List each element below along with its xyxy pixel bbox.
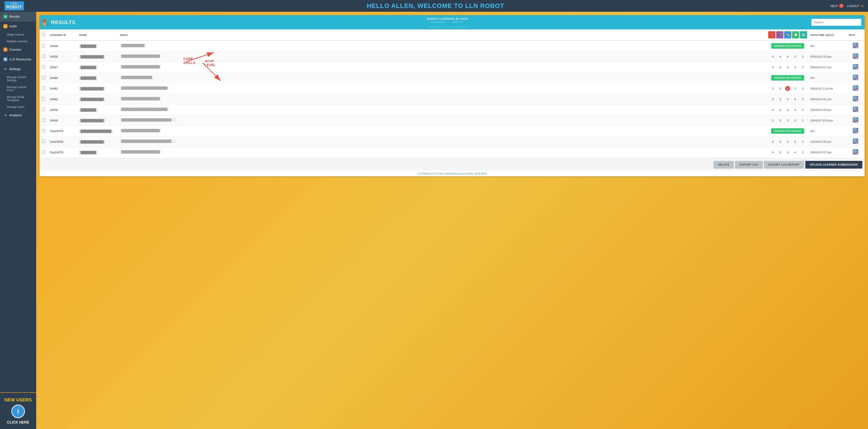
sidebar-item-results[interactable]: ▤ Results	[0, 12, 36, 22]
score-cell: 4	[784, 55, 791, 58]
datetime-cell: 13/04/18 3:50 pm	[810, 140, 849, 144]
datetime-cell: 23/04/18 10:29 pm	[810, 118, 849, 122]
row-checkbox[interactable]	[42, 129, 45, 132]
sidebar-item-analytics[interactable]: ✉ Analytics	[0, 111, 36, 120]
row-checkbox[interactable]	[42, 150, 45, 154]
learner-id-text: Clet24378	[50, 151, 63, 154]
svg-rect-50	[854, 118, 856, 118]
row-checkbox-cell	[42, 97, 50, 101]
score-cell: 4	[769, 55, 776, 58]
header-title: HELLO ALLEN, WELCOME TO LLN ROBOT	[41, 2, 830, 9]
learner-id-text: 24450	[50, 108, 58, 112]
info-cell[interactable]: ID	[849, 117, 862, 124]
learner-id-text: 24483	[50, 76, 58, 80]
date-from-group: DATE FROM	[428, 21, 446, 27]
row-checkbox[interactable]	[42, 118, 45, 122]
sidebar-lln-resources-label: LLN Resources	[9, 58, 31, 61]
score-cell: 4	[792, 66, 799, 69]
row-checkbox[interactable]	[42, 86, 45, 90]
digital-skill-icon: 💬	[792, 31, 799, 38]
row-checkbox-cell	[42, 44, 50, 48]
sidebar-item-manage-learner[interactable]: Manage Learner Form	[0, 84, 36, 94]
main-content: RESULTS SEARCH LEARNERS BY DATE DATE FRO…	[36, 12, 868, 429]
row-checkbox[interactable]	[42, 76, 45, 79]
sidebar-item-single-learner[interactable]: Single Learner	[0, 31, 36, 38]
learner-id-text: 24550	[50, 55, 58, 58]
export-csv-button[interactable]: EXPORT CSV	[735, 161, 763, 168]
info-cell[interactable]: ID	[849, 42, 862, 50]
row-checkbox-cell	[42, 108, 50, 112]
datetime-cell: 24/04/18 8:51 pm	[810, 97, 849, 101]
row-checkbox[interactable]	[42, 140, 45, 143]
row-checkbox[interactable]	[42, 108, 45, 111]
upload-button[interactable]: UPLOAD LEARNER SUBMISSIONS	[805, 161, 862, 168]
datetime-text: 28/04/18 11:14 am	[810, 87, 833, 90]
score-cell: 4	[777, 55, 784, 58]
score-cell: 3	[799, 119, 806, 122]
info-cell[interactable]: ID	[849, 95, 862, 103]
info-cell[interactable]: ID	[849, 138, 862, 145]
results-title: RESULTS	[51, 20, 75, 25]
name-cell: ████████	[79, 150, 120, 155]
info-cell[interactable]: ID	[849, 74, 862, 82]
info-cell[interactable]: ID	[849, 64, 862, 71]
header-brand: LLN ROBOT	[465, 2, 504, 9]
delete-button[interactable]: DELETE	[713, 161, 734, 168]
svg-rect-24	[854, 77, 857, 78]
sidebar-invite-label: Invite	[9, 25, 17, 28]
datetime-text: 05/05/18 6:16 pm	[810, 55, 831, 58]
new-users-banner[interactable]: NEW USERS i CLICK HERE	[0, 392, 36, 429]
info-cell[interactable]: ID	[849, 149, 862, 156]
learner-id-cell: 24450	[50, 108, 79, 112]
resend-invitation-button[interactable]: RESEND INVITATION	[771, 43, 804, 49]
col-skills-header: 📍 📓 ✏️ 💬 🔢	[765, 31, 810, 38]
email-text: ████████████████████	[120, 54, 161, 58]
sidebar-item-multiple-learners[interactable]: Multiple Learners	[0, 38, 36, 45]
sidebar-item-lln-resources[interactable]: 📋 LLN Resources	[0, 55, 36, 64]
email-cell: ████████████████████████	[120, 107, 765, 112]
logout-link[interactable]: LOGOUT ➜	[847, 4, 864, 8]
name-cell: ████████████	[79, 140, 120, 144]
row-checkbox[interactable]	[42, 44, 45, 47]
export-lln-button[interactable]: EXPORT LLN REPORT	[764, 161, 804, 168]
svg-rect-64	[854, 139, 856, 140]
reading-skill-icon: 📍	[768, 31, 775, 38]
row-checkbox[interactable]	[42, 97, 45, 100]
svg-text:ID: ID	[856, 121, 858, 123]
score-cell: 3	[777, 97, 784, 101]
select-all-checkbox[interactable]	[42, 33, 45, 36]
info-cell[interactable]: ID	[849, 106, 862, 113]
svg-rect-2	[854, 44, 858, 45]
sidebar-item-manage-users[interactable]: Manage Users	[0, 104, 36, 111]
resend-invitation-button[interactable]: RESEND INVITATION	[771, 75, 804, 81]
resend-invitation-button[interactable]: RESEND INVITATION	[771, 128, 804, 134]
score-cell: 2	[799, 151, 806, 154]
footer-link-anchor[interactable]: LLN Robot v2.3 © The Learning Resources …	[418, 172, 486, 175]
datetime-text: 26/04/18 6:27 pm	[810, 151, 831, 154]
info-cell[interactable]: ID	[849, 85, 862, 92]
score-cell: 3	[792, 140, 799, 144]
info-cell[interactable]: ID	[849, 53, 862, 60]
search-input[interactable]	[811, 19, 861, 26]
svg-text:ID: ID	[856, 142, 858, 144]
row-checkbox-cell	[42, 55, 50, 59]
new-users-info-icon: i	[17, 408, 19, 415]
sidebar-item-invite[interactable]: ✉ Invite	[0, 22, 36, 31]
row-checkbox[interactable]	[42, 55, 45, 58]
help-link[interactable]: HELP ?	[830, 4, 843, 8]
info-cell[interactable]: ID	[849, 127, 862, 134]
date-from-input[interactable]	[428, 24, 446, 27]
scores-cell: 33333	[765, 119, 810, 122]
scores-cell: 43342	[765, 151, 810, 154]
row-checkbox[interactable]	[42, 65, 45, 68]
sidebar-item-manage-system[interactable]: Manage System Settings	[0, 74, 36, 84]
email-cell: ████████████████████	[120, 54, 765, 59]
date-to-input[interactable]	[449, 24, 467, 27]
sidebar-item-courses[interactable]: 🖥 Courses	[0, 45, 36, 55]
manage-system-label: Manage System Settings	[7, 75, 27, 82]
col-learner-id-header: LEARNER ID	[50, 33, 79, 37]
svg-rect-66	[854, 141, 857, 141]
search-date-label: SEARCH LEARNERS BY DATE	[427, 18, 468, 20]
datetime-cell: 26/04/18 6:27 pm	[810, 150, 849, 154]
sidebar-item-manage-email[interactable]: Manage Email Templates	[0, 94, 36, 104]
